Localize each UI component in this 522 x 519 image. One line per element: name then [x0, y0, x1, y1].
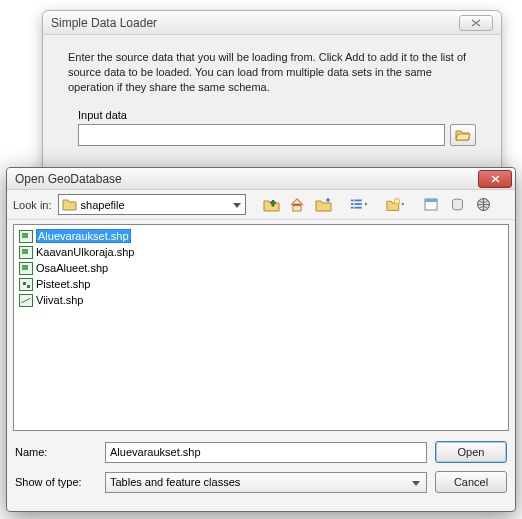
window-icon [424, 197, 439, 212]
svg-rect-4 [350, 203, 353, 205]
name-label: Name: [15, 446, 97, 458]
type-label: Show of type: [15, 476, 97, 488]
file-item-label: KaavanUlkoraja.shp [36, 246, 134, 258]
name-input[interactable] [105, 442, 427, 463]
geodatabase-icon [450, 197, 465, 212]
file-item-label: Viivat.shp [36, 294, 84, 306]
new-item-button[interactable] [386, 195, 406, 215]
dialog-title: Open GeoDatabase [7, 172, 478, 186]
folder-up-icon [263, 197, 280, 212]
input-data-field[interactable] [78, 124, 445, 146]
up-one-level-button[interactable] [262, 195, 282, 215]
shapefile-line-icon [19, 294, 33, 307]
file-item[interactable]: Aluevaraukset.shp [17, 228, 133, 244]
home-icon [289, 197, 306, 212]
lookin-label: Look in: [13, 199, 52, 211]
wizard-titlebar: Simple Data Loader [43, 11, 501, 35]
folder-icon [62, 198, 77, 211]
tool-button-2[interactable] [448, 195, 468, 215]
file-item-label: Aluevaraukset.shp [36, 229, 131, 243]
connect-folder-button[interactable] [314, 195, 334, 215]
browse-button[interactable] [450, 124, 476, 146]
wizard-title: Simple Data Loader [51, 16, 459, 30]
globe-icon [476, 197, 491, 212]
lookin-value: shapefile [81, 199, 125, 211]
close-icon [470, 19, 482, 27]
view-menu-button[interactable] [350, 195, 370, 215]
svg-rect-7 [354, 207, 361, 209]
type-dropdown[interactable]: Tables and feature classes [105, 472, 427, 493]
wizard-close-button[interactable] [459, 15, 493, 31]
svg-rect-6 [350, 207, 353, 209]
svg-rect-2 [350, 200, 353, 202]
dialog-bottom-panel: Name: Open Show of type: Tables and feat… [7, 435, 515, 511]
shapefile-point-icon [19, 278, 33, 291]
type-value: Tables and feature classes [110, 476, 240, 488]
svg-rect-1 [293, 204, 301, 206]
shapefile-poly-icon [19, 246, 33, 259]
file-item[interactable]: OsaAlueet.shp [17, 260, 110, 276]
home-button[interactable] [288, 195, 308, 215]
file-list-pane[interactable]: Aluevaraukset.shpKaavanUlkoraja.shpOsaAl… [13, 224, 509, 431]
new-folder-icon [386, 197, 406, 212]
cancel-button[interactable]: Cancel [435, 471, 507, 493]
open-geodatabase-dialog: Open GeoDatabase Look in: shapefile [6, 167, 516, 512]
dialog-toolbar: Look in: shapefile [7, 190, 515, 220]
file-item[interactable]: KaavanUlkoraja.shp [17, 244, 136, 260]
open-button[interactable]: Open [435, 441, 507, 463]
wizard-instruction-text: Enter the source data that you will be l… [68, 50, 476, 95]
dialog-close-button[interactable] [478, 170, 512, 188]
wizard-body: Enter the source data that you will be l… [43, 35, 501, 161]
folder-connect-icon [315, 197, 332, 212]
file-item[interactable]: Viivat.shp [17, 292, 86, 308]
folder-open-icon [455, 128, 471, 141]
svg-rect-5 [354, 203, 361, 205]
list-view-icon [350, 197, 370, 212]
tool-button-3[interactable] [474, 195, 494, 215]
file-item-label: Pisteet.shp [36, 278, 90, 290]
shapefile-poly-icon [19, 230, 33, 243]
lookin-dropdown[interactable]: shapefile [58, 194, 246, 215]
svg-rect-10 [425, 199, 437, 202]
file-item-label: OsaAlueet.shp [36, 262, 108, 274]
dialog-titlebar: Open GeoDatabase [7, 168, 515, 190]
tool-button-1[interactable] [422, 195, 442, 215]
input-data-label: Input data [78, 109, 476, 121]
file-item[interactable]: Pisteet.shp [17, 276, 92, 292]
svg-rect-3 [354, 200, 361, 202]
svg-point-8 [394, 199, 399, 204]
shapefile-poly-icon [19, 262, 33, 275]
close-icon [490, 174, 501, 184]
